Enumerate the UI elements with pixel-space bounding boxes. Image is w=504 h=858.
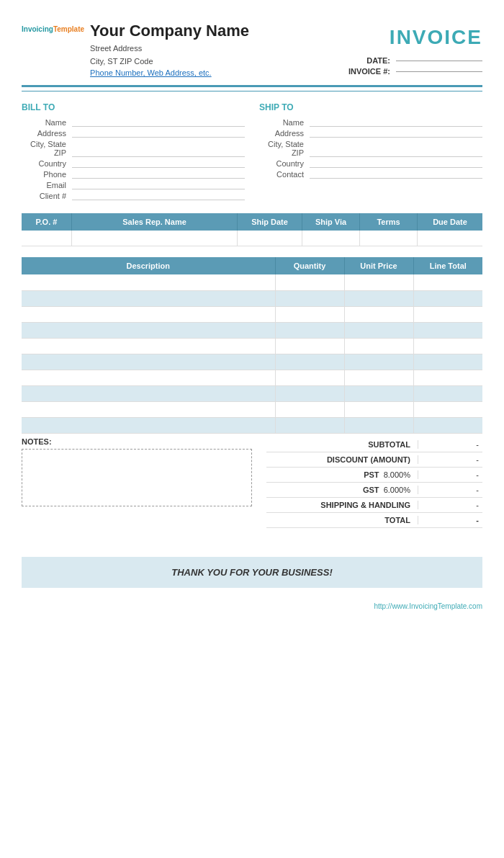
logo: InvoicingTemplate: [22, 24, 84, 34]
desc-cell-0-0: [22, 274, 275, 290]
ship-name-row: Name: [259, 118, 482, 127]
desc-cell-4-0: [22, 338, 275, 354]
logo-area: InvoicingTemplate Your Company Name Stre…: [22, 22, 249, 78]
desc-cell-3-1: [275, 322, 344, 338]
pst-value: -: [418, 470, 482, 479]
discount-value: -: [418, 455, 482, 464]
desc-cell-7-2: [344, 385, 413, 401]
bill-email-value: [72, 181, 245, 189]
bill-to-title: BILL TO: [22, 102, 245, 112]
po-table-header: P.O. # Sales Rep. Name Ship Date Ship Vi…: [22, 213, 482, 231]
desc-table-row: [22, 401, 482, 417]
po-header-shipvia: Ship Via: [302, 213, 360, 231]
company-name: Your Company Name: [90, 22, 249, 40]
po-header-terms: Terms: [360, 213, 418, 231]
subtotal-value: -: [418, 440, 482, 449]
desc-cell-2-1: [275, 306, 344, 322]
ship-contact-row: Contact: [259, 170, 482, 179]
company-info: Your Company Name Street Address City, S…: [90, 22, 249, 78]
bill-email-row: Email: [22, 181, 245, 189]
bill-address-row: Address: [22, 129, 245, 138]
po-cell-po: [22, 231, 72, 246]
invoice-num-row: INVOICE #:: [348, 67, 482, 76]
invoice-title: INVOICE: [348, 26, 482, 49]
subtotal-label: SUBTOTAL: [266, 440, 418, 449]
thank-you-wrapper: THANK YOU FOR YOUR BUSINESS!: [22, 557, 482, 588]
invoice-num-value: [396, 71, 482, 72]
ship-name-label: Name: [259, 118, 310, 127]
ship-country-row: Country: [259, 159, 482, 168]
desc-table-row: [22, 306, 482, 322]
bill-country-label: Country: [22, 159, 72, 168]
bill-phone-row: Phone: [22, 170, 245, 179]
desc-cell-2-3: [413, 306, 482, 322]
shipping-value: -: [418, 501, 482, 509]
desc-cell-8-0: [22, 401, 275, 417]
date-value: [396, 61, 482, 61]
footer-website[interactable]: http://www.InvoicingTemplate.com: [374, 602, 482, 610]
bill-name-value: [72, 118, 245, 127]
ship-city-row: City, State ZIP: [259, 140, 482, 157]
po-cell-sales: [72, 231, 238, 246]
bill-phone-value: [72, 170, 245, 179]
desc-cell-7-0: [22, 385, 275, 401]
desc-cell-2-0: [22, 306, 275, 322]
shipping-row: SHIPPING & HANDLING -: [266, 498, 482, 513]
totals-col: SUBTOTAL - DISCOUNT (AMOUNT) - PST 8.000…: [266, 437, 482, 528]
ship-address-label: Address: [259, 129, 310, 138]
po-header-po: P.O. #: [22, 213, 72, 231]
discount-label: DISCOUNT (AMOUNT): [266, 455, 418, 464]
bill-city-row: City, State ZIP: [22, 140, 245, 157]
header: InvoicingTemplate Your Company Name Stre…: [22, 22, 482, 78]
bill-address-label: Address: [22, 129, 72, 138]
desc-cell-0-3: [413, 274, 482, 290]
po-header-sales: Sales Rep. Name: [72, 213, 238, 231]
ship-country-value: [310, 159, 482, 168]
desc-cell-0-1: [275, 274, 344, 290]
desc-cell-3-3: [413, 322, 482, 338]
desc-table-row: [22, 354, 482, 370]
desc-cell-5-2: [344, 354, 413, 370]
date-label: DATE:: [366, 56, 390, 65]
desc-cell-4-1: [275, 338, 344, 354]
bill-city-label: City, State ZIP: [22, 140, 72, 157]
desc-table-row: [22, 274, 482, 290]
total-value: -: [418, 516, 482, 524]
bill-city-value: [72, 140, 245, 157]
total-row: TOTAL -: [266, 513, 482, 528]
date-invoice-section: INVOICE DATE: INVOICE #:: [348, 26, 482, 78]
ship-contact-label: Contact: [259, 170, 310, 179]
desc-cell-9-1: [275, 417, 344, 433]
bill-client-row: Client #: [22, 192, 245, 200]
invoice-num-label: INVOICE #:: [348, 67, 390, 76]
desc-cell-7-3: [413, 385, 482, 401]
po-cell-shipvia: [302, 231, 360, 246]
po-cell-shipdate: [238, 231, 302, 246]
divider-top: [22, 85, 482, 87]
desc-table-header-row: Description Quantity Unit Price Line Tot…: [22, 257, 482, 274]
desc-cell-9-0: [22, 417, 275, 433]
notes-box: [22, 449, 252, 506]
bill-to-col: BILL TO Name Address City, State ZIP Cou…: [22, 102, 245, 202]
pst-row: PST 8.000% -: [266, 468, 482, 483]
bill-name-label: Name: [22, 118, 72, 127]
po-table-wrapper: P.O. # Sales Rep. Name Ship Date Ship Vi…: [22, 213, 482, 246]
thank-you-banner: THANK YOU FOR YOUR BUSINESS!: [22, 557, 482, 588]
desc-header-desc: Description: [22, 257, 275, 274]
desc-table-row: [22, 417, 482, 433]
ship-address-value: [310, 129, 482, 138]
notes-col: NOTES:: [22, 437, 252, 506]
city-state-zip: City, ST ZIP Code: [90, 55, 249, 68]
desc-table-row: [22, 290, 482, 306]
bill-country-row: Country: [22, 159, 245, 168]
desc-cell-3-0: [22, 322, 275, 338]
bill-phone-label: Phone: [22, 170, 72, 179]
phone-web[interactable]: Phone Number, Web Address, etc.: [90, 68, 212, 77]
notes-label: NOTES:: [22, 437, 252, 446]
ship-country-label: Country: [259, 159, 310, 168]
desc-cell-8-2: [344, 401, 413, 417]
desc-cell-4-2: [344, 338, 413, 354]
subtotal-row: SUBTOTAL -: [266, 437, 482, 452]
desc-header-total: Line Total: [413, 257, 482, 274]
street-address: Street Address: [90, 43, 249, 55]
